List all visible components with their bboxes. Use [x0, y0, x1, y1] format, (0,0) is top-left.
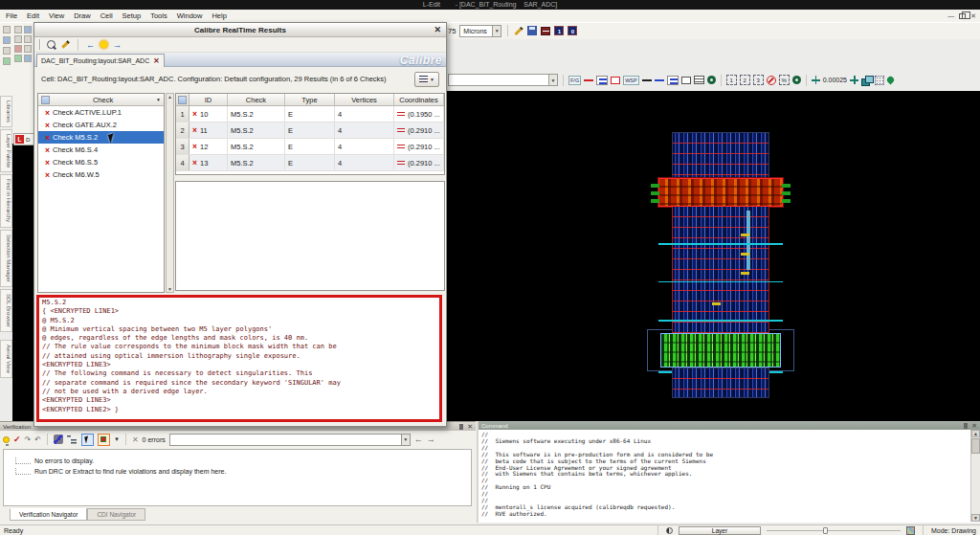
sidebar-tab-sdl-browser[interactable]: SDL Browser — [0, 289, 12, 332]
menu-tools[interactable]: Tools — [150, 11, 167, 20]
minimize-icon[interactable]: — — [947, 12, 954, 19]
scroll-up-icon[interactable]: ▲ — [971, 430, 980, 437]
grid-snap-3-icon[interactable]: 3 — [753, 75, 764, 85]
check-mark-icon[interactable]: ✓ — [13, 435, 21, 444]
tree-item[interactable]: Run DRC or Extract to find rule violatio… — [4, 464, 471, 475]
table-row[interactable]: 2 ×11 M5.S.2 E 4 (0.2910 ... — [176, 123, 444, 139]
instance-tool-icon[interactable] — [14, 55, 22, 62]
menu-help[interactable]: Help — [212, 11, 226, 20]
redo-icon[interactable]: ↷ — [25, 435, 32, 444]
highlight-all-icon[interactable] — [100, 41, 107, 48]
col-vertices[interactable]: Vertices — [335, 94, 394, 105]
percent-snap-icon[interactable]: % — [779, 75, 790, 85]
error-filter-select[interactable]: ▼ — [169, 434, 411, 446]
settings-gear-icon[interactable] — [707, 76, 716, 84]
dialog-title-bar[interactable]: Calibre RealTime Results ✕ — [34, 23, 446, 37]
library-icon[interactable] — [541, 27, 550, 35]
red-line-style-icon[interactable] — [584, 79, 593, 81]
tree-view-icon[interactable] — [67, 435, 78, 444]
sidebar-tab-aerial-view[interactable]: Aerial View — [0, 340, 12, 378]
pin-icon[interactable] — [459, 424, 463, 430]
via-tool-icon[interactable] — [14, 45, 22, 53]
tool-icon[interactable] — [3, 47, 11, 55]
wire-tool-icon[interactable] — [24, 35, 32, 43]
grid-display-icon[interactable] — [875, 76, 884, 85]
check-item[interactable]: ×Check M6.S.5 — [38, 156, 164, 168]
next-error-icon[interactable]: → — [427, 435, 435, 444]
menu-setup[interactable]: Setup — [122, 11, 142, 20]
fill-style-icon[interactable] — [596, 76, 608, 85]
highlight-target-icon[interactable] — [98, 434, 110, 446]
sidebar-tab-selection-manager[interactable]: Selection Manager — [0, 230, 12, 287]
tab-cdi-navigator[interactable]: CDI Navigator — [87, 508, 145, 521]
command-title-bar[interactable]: Command ✕ — [479, 421, 980, 430]
check-item[interactable]: ×Check GATE.AUX.2 — [38, 119, 164, 131]
outline-style-icon[interactable] — [611, 77, 620, 84]
zoom-to-result-icon[interactable] — [47, 40, 56, 49]
units-select[interactable]: Microns▼ — [459, 25, 501, 37]
menu-file[interactable]: File — [6, 11, 17, 20]
tree-item[interactable]: No errors to display. — [4, 454, 471, 464]
table-row[interactable]: 1 ×10 M5.S.2 E 4 (0.1950 ... — [176, 106, 444, 123]
highlight-result-icon[interactable] — [61, 40, 69, 48]
menu-draw[interactable]: Draw — [74, 11, 91, 20]
brightness-icon[interactable] — [666, 527, 673, 534]
black-line-icon[interactable] — [642, 79, 652, 81]
menu-view[interactable]: View — [49, 11, 64, 20]
polygon-tool-icon[interactable] — [14, 35, 22, 43]
prev-error-icon[interactable]: ← — [414, 435, 423, 444]
grid-snap-1-icon[interactable]: 1 — [726, 75, 737, 85]
empty-rect-icon[interactable] — [681, 77, 691, 84]
col-type[interactable]: Type — [285, 94, 335, 105]
lock-layer-0-icon[interactable]: 0 — [568, 26, 577, 35]
edit-layout-icon[interactable] — [515, 26, 523, 34]
col-id[interactable]: ID — [189, 94, 228, 105]
menu-window[interactable]: Window — [177, 11, 203, 20]
tool-icon[interactable] — [3, 36, 11, 44]
select-tool-icon[interactable] — [14, 26, 22, 33]
next-result-icon[interactable]: → — [113, 40, 122, 50]
document-tab[interactable]: L D — [13, 133, 35, 145]
check-item[interactable]: ×Check ACTIVE.LUP.1 — [38, 106, 164, 119]
zoom-slider[interactable] — [767, 526, 901, 535]
checks-scrollbar[interactable]: ▲▼ — [166, 93, 174, 293]
tab-close-icon[interactable]: ✕ — [153, 56, 159, 65]
col-check[interactable]: Check — [228, 94, 285, 105]
check-item[interactable]: ×Check M6.W.5 — [38, 168, 164, 181]
snap-settings-gear-icon[interactable] — [792, 76, 801, 84]
close-icon[interactable]: ✕ — [970, 12, 976, 20]
layers-stack-icon[interactable] — [861, 76, 872, 85]
tab-verification-navigator[interactable]: Verification Navigator — [10, 508, 87, 521]
sidebar-tab-find-in-hierarchy[interactable]: Find in Hierarchy — [0, 174, 12, 227]
dialog-close-icon[interactable]: ✕ — [434, 23, 441, 37]
move-cross-icon[interactable] — [812, 76, 820, 84]
fill-pattern-icon[interactable] — [667, 76, 679, 85]
menu-edit[interactable]: Edit — [27, 11, 39, 20]
slider-thumb[interactable] — [823, 527, 828, 534]
view-options-button[interactable]: ▼ — [414, 72, 439, 87]
close-icon[interactable]: ✕ — [467, 423, 473, 431]
tool-icon[interactable] — [3, 26, 11, 33]
no-snap-icon[interactable] — [767, 76, 776, 85]
palette-icon[interactable] — [906, 526, 915, 535]
table-corner-icon[interactable] — [178, 96, 187, 104]
menu-cell[interactable]: Cell — [100, 11, 113, 20]
hint-bulb-icon[interactable] — [3, 436, 10, 443]
lock-layer-1-icon[interactable]: 1 — [554, 26, 564, 35]
ruler-tool-icon[interactable] — [24, 45, 32, 53]
table-corner-icon[interactable] — [41, 96, 50, 104]
location-pin-icon[interactable] — [886, 76, 896, 85]
grid-snap-2-icon[interactable]: 2 — [740, 75, 750, 85]
chevron-down-icon[interactable]: ▼ — [114, 436, 120, 442]
sidebar-tab-layer-palette[interactable]: Layer Palette — [0, 129, 12, 172]
sidebar-tab-libraries[interactable]: Libraries — [0, 96, 12, 127]
tool-icon[interactable] — [3, 57, 11, 65]
save-all-icon[interactable] — [527, 26, 537, 35]
command-log[interactable]: // // Siemens software executing under x… — [479, 430, 970, 522]
fg-mode-icon[interactable]: F/G — [568, 76, 581, 85]
checks-header[interactable]: Check ▼ — [38, 94, 164, 106]
undo-icon[interactable]: ↶ — [34, 435, 41, 444]
scroll-thumb[interactable] — [971, 438, 980, 454]
hatch-rect-icon[interactable] — [694, 76, 704, 84]
run-drc-icon[interactable] — [54, 435, 63, 444]
